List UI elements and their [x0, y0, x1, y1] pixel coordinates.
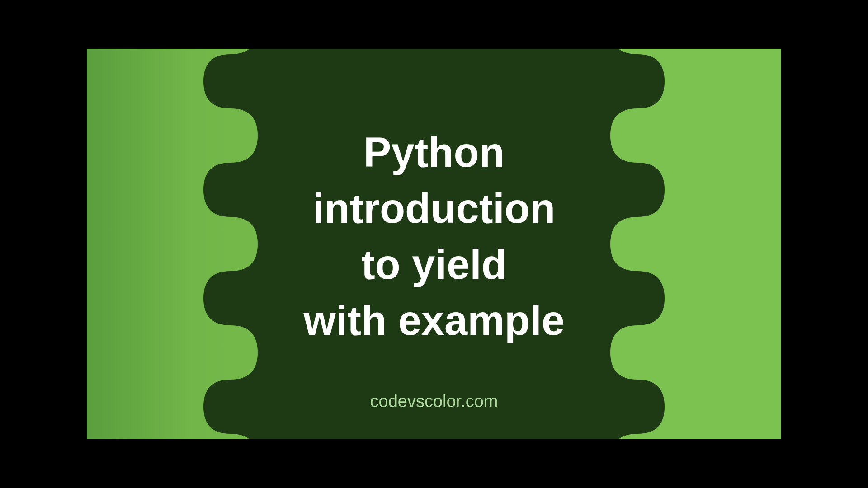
main-title: Python introduction to yield with exampl…	[231, 124, 637, 348]
banner-canvas: Python introduction to yield with exampl…	[87, 49, 781, 439]
footer-attribution: codevscolor.com	[370, 392, 498, 411]
